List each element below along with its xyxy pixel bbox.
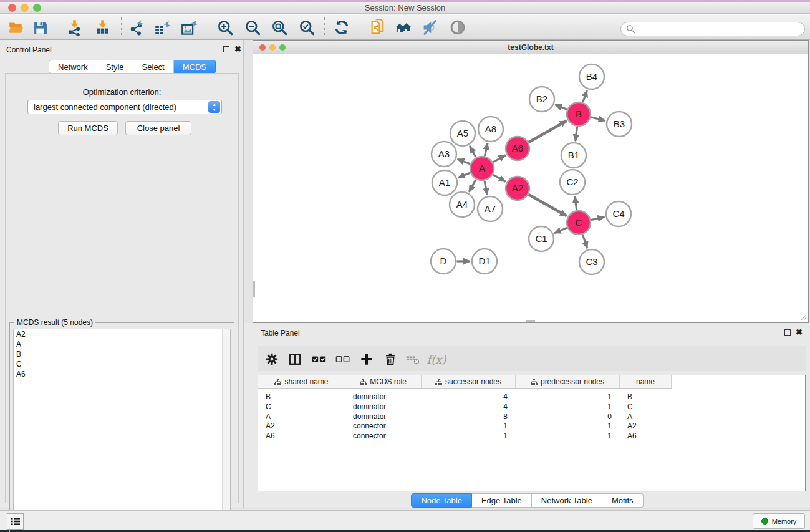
edge-A2-C[interactable]: [529, 195, 567, 216]
table-cell[interactable]: C: [627, 402, 672, 412]
table-cell[interactable]: 1: [516, 431, 612, 441]
table-cell[interactable]: dominator: [353, 402, 422, 412]
table-cell[interactable]: connector: [353, 421, 422, 431]
column-header-shared-name[interactable]: shared name: [258, 375, 345, 389]
float-panel-icon[interactable]: [223, 46, 229, 52]
resize-grip-icon[interactable]: [799, 313, 807, 321]
zoom-in-button[interactable]: [216, 19, 234, 36]
table-settings-button[interactable]: [263, 350, 281, 369]
node-A5[interactable]: A5: [450, 121, 475, 146]
table-cell[interactable]: dominator: [353, 392, 422, 402]
tab-network-table[interactable]: Network Table: [532, 493, 602, 508]
toggle-graphics-details-button[interactable]: [421, 19, 438, 36]
edge-A-A7[interactable]: [485, 181, 487, 195]
edge-C-C4[interactable]: [591, 217, 605, 220]
mcds-scrollbar[interactable]: [222, 329, 230, 529]
edge-B-B1[interactable]: [576, 127, 577, 141]
node-B[interactable]: B: [567, 102, 591, 126]
table-cell[interactable]: A6: [266, 431, 345, 441]
table-cell[interactable]: dominator: [353, 412, 422, 422]
search-input[interactable]: [635, 25, 804, 34]
edge-A-A8[interactable]: [485, 143, 488, 156]
mcds-result-item[interactable]: B: [14, 349, 230, 359]
zoom-selected-button[interactable]: [298, 19, 316, 36]
table-cell[interactable]: A: [266, 412, 345, 422]
network-vertical-scroll-thumb[interactable]: [253, 281, 255, 297]
table-cell[interactable]: B: [627, 392, 672, 402]
node-C2[interactable]: C2: [560, 170, 585, 195]
create-column-button[interactable]: [357, 350, 376, 369]
table-cell[interactable]: 1: [516, 402, 612, 412]
select-all-button[interactable]: [310, 350, 329, 369]
tab-motifs[interactable]: Motifs: [602, 493, 644, 508]
delete-table-button[interactable]: [403, 350, 422, 369]
task-history-button[interactable]: [7, 513, 24, 530]
node-A3[interactable]: A3: [432, 142, 456, 167]
table-cell[interactable]: B: [266, 392, 345, 402]
table-cell[interactable]: 0: [516, 412, 612, 422]
column-header-successor-nodes[interactable]: successor nodes: [422, 375, 516, 389]
toolbar-search[interactable]: [620, 22, 805, 36]
mcds-result-list[interactable]: A2ABCA6: [13, 329, 231, 530]
table-cell[interactable]: 1: [516, 421, 612, 431]
edge-A-A5[interactable]: [470, 146, 476, 157]
table-cell[interactable]: A2: [266, 421, 345, 431]
close-panel-icon[interactable]: ✖: [234, 44, 241, 54]
deselect-all-button[interactable]: [334, 350, 352, 369]
save-session-button[interactable]: [31, 19, 49, 36]
function-builder-button[interactable]: f(x): [427, 350, 446, 369]
network-horizontal-scroll-thumb[interactable]: [526, 320, 535, 322]
edge-B-B3[interactable]: [591, 117, 605, 121]
export-table-button[interactable]: [153, 19, 171, 36]
table-cell[interactable]: A: [627, 412, 672, 422]
export-network-button[interactable]: [127, 19, 145, 36]
tab-mcds[interactable]: MCDS: [174, 60, 216, 74]
table-cell[interactable]: A6: [627, 431, 672, 441]
edge-A-A3[interactable]: [458, 159, 470, 164]
mcds-result-item[interactable]: A: [14, 339, 230, 349]
table-close-icon[interactable]: ✖: [796, 327, 803, 337]
edge-A-A4[interactable]: [469, 180, 476, 192]
edge-C-C3[interactable]: [582, 235, 587, 248]
tab-node-table[interactable]: Node Table: [411, 493, 472, 508]
edge-A-A6[interactable]: [493, 155, 506, 162]
edge-A6-B[interactable]: [529, 121, 567, 142]
table-cell[interactable]: connector: [353, 431, 422, 441]
zoom-fit-button[interactable]: [271, 19, 288, 36]
close-panel-button[interactable]: Close panel: [125, 121, 191, 135]
node-D[interactable]: D: [431, 249, 456, 274]
mcds-result-item[interactable]: C: [14, 359, 230, 369]
node-A8[interactable]: A8: [478, 117, 503, 142]
import-network-button[interactable]: [65, 19, 83, 36]
node-A6[interactable]: A6: [506, 137, 529, 160]
apply-layout-button[interactable]: [333, 19, 350, 36]
node-B3[interactable]: B3: [607, 112, 632, 137]
edge-B-B4[interactable]: [583, 90, 587, 102]
table-cell[interactable]: 8: [422, 412, 508, 422]
mcds-result-item[interactable]: A6: [14, 369, 230, 379]
node-A4[interactable]: A4: [450, 192, 475, 217]
node-C4[interactable]: C4: [606, 201, 631, 226]
table-cell[interactable]: 4: [422, 402, 508, 412]
node-B2[interactable]: B2: [529, 87, 554, 112]
node-A2[interactable]: A2: [506, 177, 529, 200]
tab-select[interactable]: Select: [133, 60, 174, 74]
export-image-button[interactable]: [180, 19, 198, 36]
node-B4[interactable]: B4: [579, 64, 604, 89]
node-A7[interactable]: A7: [478, 196, 503, 221]
delete-column-button[interactable]: [381, 350, 400, 369]
column-header-name[interactable]: name: [620, 375, 672, 389]
import-table-button[interactable]: [94, 19, 111, 36]
clone-network-button[interactable]: [369, 19, 387, 36]
criterion-select[interactable]: largest connected component (directed) ▲…: [27, 100, 222, 114]
node-C1[interactable]: C1: [529, 226, 554, 251]
home-button[interactable]: [394, 19, 412, 36]
table-cell[interactable]: 4: [422, 392, 508, 402]
show-column-panel-button[interactable]: [286, 350, 304, 369]
table-cell[interactable]: 1: [516, 392, 612, 402]
table-cell[interactable]: A2: [627, 421, 672, 431]
edge-A-A1[interactable]: [458, 173, 470, 177]
node-D1[interactable]: D1: [472, 249, 497, 274]
node-C[interactable]: C: [567, 211, 591, 235]
zoom-out-button[interactable]: [244, 19, 261, 36]
